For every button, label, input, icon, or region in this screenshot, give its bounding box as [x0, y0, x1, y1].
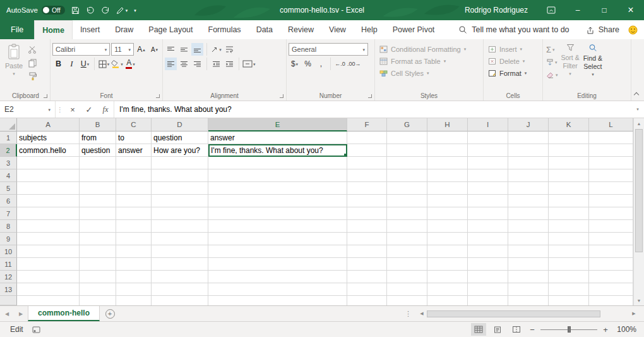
cell-G10[interactable]	[387, 245, 427, 258]
row-header-12[interactable]: 12	[0, 271, 17, 283]
cell-D2[interactable]: How are you?	[152, 144, 208, 157]
undo-button[interactable]	[86, 6, 95, 14]
wrap-text-button[interactable]	[224, 43, 236, 56]
cell-B4[interactable]	[80, 169, 116, 182]
row-header-partial[interactable]	[0, 296, 17, 305]
cell-F2[interactable]	[347, 144, 387, 157]
cell-H9[interactable]	[427, 233, 468, 245]
cell-I12[interactable]	[468, 271, 508, 283]
cell-C13[interactable]	[116, 283, 152, 296]
row-header-11[interactable]: 11	[0, 258, 17, 271]
middle-align-button[interactable]	[178, 43, 190, 56]
cell-D4[interactable]	[152, 169, 208, 182]
cell-I6[interactable]	[468, 195, 508, 207]
cell-F4[interactable]	[347, 169, 387, 182]
cell-H13[interactable]	[427, 283, 468, 296]
column-header-I[interactable]: I	[468, 118, 508, 132]
bold-button[interactable]: B	[52, 58, 64, 70]
tab-draw[interactable]: Draw	[107, 20, 141, 39]
cell-H11[interactable]	[427, 258, 468, 271]
cell-J7[interactable]	[508, 207, 549, 220]
row-header-1[interactable]: 1	[0, 132, 17, 144]
row-header-4[interactable]: 4	[0, 169, 17, 182]
cell-H8[interactable]	[427, 220, 468, 233]
cell-H3[interactable]	[427, 157, 468, 169]
cell-L-partial[interactable]	[589, 296, 633, 305]
zoom-slider[interactable]	[540, 325, 597, 334]
enter-button[interactable]: ✓	[81, 101, 97, 118]
cell-G3[interactable]	[387, 157, 427, 169]
redo-button[interactable]	[101, 6, 110, 14]
scroll-down-button[interactable]: ▼	[634, 295, 644, 305]
cell-J3[interactable]	[508, 157, 549, 169]
feedback-smiley-button[interactable]	[628, 20, 644, 39]
number-format-combo[interactable]: General▾	[289, 43, 368, 56]
cell-F11[interactable]	[347, 258, 387, 271]
cell-C-partial[interactable]	[116, 296, 152, 305]
cell-C10[interactable]	[116, 245, 152, 258]
tab-home[interactable]: Home	[34, 20, 73, 39]
top-align-button[interactable]	[165, 43, 177, 56]
cell-E-partial[interactable]	[208, 296, 347, 305]
cell-G11[interactable]	[387, 258, 427, 271]
cell-L7[interactable]	[589, 207, 633, 220]
cell-K4[interactable]	[549, 169, 589, 182]
cell-G-partial[interactable]	[387, 296, 427, 305]
cell-G1[interactable]	[387, 132, 427, 144]
cell-B12[interactable]	[80, 271, 116, 283]
cell-B10[interactable]	[80, 245, 116, 258]
decrease-indent-button[interactable]	[210, 58, 222, 70]
cell-L10[interactable]	[589, 245, 633, 258]
cell-E4[interactable]	[208, 169, 347, 182]
cell-E7[interactable]	[208, 207, 347, 220]
maximize-button[interactable]: □	[591, 0, 617, 20]
cell-I2[interactable]	[468, 144, 508, 157]
cell-G9[interactable]	[387, 233, 427, 245]
alignment-dialog-launcher[interactable]	[279, 94, 284, 99]
cell-A3[interactable]	[17, 157, 80, 169]
align-left-button[interactable]	[165, 58, 177, 70]
scroll-up-button[interactable]: ▲	[634, 118, 644, 128]
tab-power-pivot[interactable]: Power Pivot	[385, 20, 443, 39]
cell-D12[interactable]	[152, 271, 208, 283]
insert-cells-button[interactable]: Insert ▾	[486, 43, 540, 55]
cell-J5[interactable]	[508, 182, 549, 195]
delete-cells-button[interactable]: Delete ▾	[486, 55, 540, 67]
cell-G8[interactable]	[387, 220, 427, 233]
cell-E11[interactable]	[208, 258, 347, 271]
cell-L12[interactable]	[589, 271, 633, 283]
sheet-nav-left-button[interactable]: ◀	[0, 306, 14, 321]
cell-A12[interactable]	[17, 271, 80, 283]
tab-insert[interactable]: Insert	[73, 20, 107, 39]
cell-G7[interactable]	[387, 207, 427, 220]
cell-C4[interactable]	[116, 169, 152, 182]
sheet-nav-right-button[interactable]: ▶	[14, 306, 28, 321]
tell-me-search[interactable]: Tell me what you want to do	[458, 20, 569, 39]
cell-C5[interactable]	[116, 182, 152, 195]
cell-G2[interactable]	[387, 144, 427, 157]
cell-styles-button[interactable]: Cell Styles ▾	[377, 67, 481, 79]
cell-L2[interactable]	[589, 144, 633, 157]
column-header-F[interactable]: F	[347, 118, 387, 132]
collapse-ribbon-button[interactable]	[633, 92, 640, 97]
cell-C1[interactable]: to	[116, 132, 152, 144]
cell-A13[interactable]	[17, 283, 80, 296]
cell-H4[interactable]	[427, 169, 468, 182]
cell-H-partial[interactable]	[427, 296, 468, 305]
expand-formula-bar-button[interactable]: ▾	[631, 101, 644, 118]
cell-F8[interactable]	[347, 220, 387, 233]
decrease-decimal-button[interactable]: .00→	[347, 58, 361, 70]
cell-I3[interactable]	[468, 157, 508, 169]
cell-C12[interactable]	[116, 271, 152, 283]
percent-style-button[interactable]: %	[302, 58, 314, 70]
cell-A-partial[interactable]	[17, 296, 80, 305]
italic-button[interactable]: I	[66, 58, 78, 70]
borders-button[interactable]: ▾	[98, 58, 110, 70]
copy-button[interactable]	[25, 58, 40, 68]
cell-K1[interactable]	[549, 132, 589, 144]
cell-D10[interactable]	[152, 245, 208, 258]
increase-indent-button[interactable]	[224, 58, 236, 70]
cell-K12[interactable]	[549, 271, 589, 283]
font-color-button[interactable]: A▾	[124, 58, 136, 70]
font-size-combo[interactable]: 11▾	[111, 43, 134, 56]
